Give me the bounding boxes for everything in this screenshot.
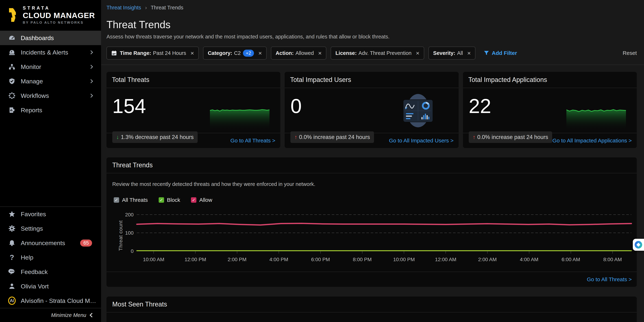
trend-arrow-icon: ↑ xyxy=(473,134,476,140)
legend-allow[interactable]: ✓ Allow xyxy=(191,197,212,203)
most-seen-threats-card: Most Seen Threats xyxy=(106,296,637,322)
svg-text:4:00 PM: 4:00 PM xyxy=(269,257,288,262)
sidebar: STRATA CLOUD MANAGER BY PALO ALTO NETWOR… xyxy=(0,0,101,322)
sidebar-item-favorites[interactable]: Favorites xyxy=(0,207,101,221)
category-more-count-pill: +2 xyxy=(243,50,254,57)
svg-text:8:00 AM: 8:00 AM xyxy=(604,257,622,262)
breadcrumb-current: Threat Trends xyxy=(151,5,184,10)
delta-badge: ↑ 0.0% increase past 24 hours xyxy=(469,132,552,143)
filter-chip-action[interactable]: Action: Allowed × xyxy=(271,46,326,60)
sidebar-item-label: Feedback xyxy=(21,268,48,276)
sidebar-item-user-profile[interactable]: Olivia Vort xyxy=(0,279,101,294)
remove-filter-icon[interactable]: × xyxy=(416,50,420,57)
svg-text:6:00 AM: 6:00 AM xyxy=(562,257,580,262)
remove-filter-icon[interactable]: × xyxy=(467,50,471,57)
sidebar-item-label: Incidents & Alerts xyxy=(21,49,68,56)
sidebar-item-workflows[interactable]: Workflows xyxy=(0,88,101,103)
person-icon xyxy=(8,282,16,290)
legend-all-threats[interactable]: ✓ All Threats xyxy=(114,197,148,203)
sidebar-item-label: Favorites xyxy=(21,211,46,218)
assistant-launcher-button[interactable] xyxy=(633,239,644,251)
sidebar-item-label: Monitor xyxy=(21,63,41,70)
dotted-circle-icon xyxy=(8,92,16,100)
logo-line3: BY PALO ALTO NETWORKS xyxy=(23,20,95,24)
sidebar-item-announcements[interactable]: Announcements 65 xyxy=(0,236,101,250)
svg-text:6:00 PM: 6:00 PM xyxy=(311,257,330,262)
legend-block[interactable]: ✓ Block xyxy=(159,197,180,203)
gauge-icon xyxy=(8,34,16,42)
filter-chip-license[interactable]: License: Adv. Threat Prevention × xyxy=(331,46,424,60)
sidebar-item-dashboards[interactable]: Dashboards xyxy=(0,31,101,45)
card-title: Total Impacted Applications xyxy=(463,72,637,88)
calendar-icon xyxy=(111,50,117,56)
svg-text:12:00 AM: 12:00 AM xyxy=(435,257,456,262)
chevron-left-icon xyxy=(90,313,94,317)
go-to-all-impacted-applications-link[interactable]: Go to All Impacted Applications > xyxy=(552,138,632,144)
filter-chip-category[interactable]: Category: C2 +2 × xyxy=(203,46,266,60)
line-chart-svg: 010020010:00 AM12:00 PM2:00 PM4:00 PM6:0… xyxy=(119,206,633,269)
delta-badge: ↑ 0.0% increase past 24 hours xyxy=(290,132,374,143)
sidebar-item-label: Dashboards xyxy=(21,34,54,42)
threat-trends-description: Review the most recently detected threat… xyxy=(106,173,637,187)
reset-filters-button[interactable]: Reset xyxy=(623,50,637,56)
go-to-all-impacted-users-link[interactable]: Go to All Impacted Users > xyxy=(389,138,454,144)
y-axis-label: Threat count xyxy=(118,220,124,251)
gear-icon xyxy=(8,225,16,232)
checkbox-allow[interactable]: ✓ xyxy=(191,197,196,203)
sidebar-item-label: Workflows xyxy=(21,92,49,99)
sidebar-item-reports[interactable]: Reports xyxy=(0,103,101,117)
delta-badge: ↓ 1.3% decrease past 24 hours xyxy=(112,132,198,143)
sidebar-item-settings[interactable]: Settings xyxy=(0,221,101,236)
svg-text:8:00 PM: 8:00 PM xyxy=(353,257,372,262)
empty-state-illustration xyxy=(399,92,437,130)
breadcrumb: Threat Insights › Threat Trends xyxy=(106,5,637,11)
sidebar-item-label: Olivia Vort xyxy=(21,283,49,290)
threat-trends-card: Threat Trends Review the most recently d… xyxy=(106,158,637,287)
remove-filter-icon[interactable]: × xyxy=(318,50,322,57)
checkbox-block[interactable]: ✓ xyxy=(159,197,164,203)
checkbox-all-threats[interactable]: ✓ xyxy=(114,197,119,203)
card-title: Total Impacted Users xyxy=(285,72,458,88)
minimize-menu-button[interactable]: Minimize Menu xyxy=(0,308,101,322)
go-to-all-threats-link[interactable]: Go to All Threats > xyxy=(230,138,276,144)
filter-chip-severity[interactable]: Severity: All × xyxy=(428,46,476,60)
kpi-cards-row: Total Threats 154 ↓ 1.3% decrease past 2… xyxy=(106,72,637,148)
sidebar-item-help[interactable]: ? Help xyxy=(0,250,101,264)
add-filter-button[interactable]: Add Filter xyxy=(484,50,517,56)
total-impacted-applications-card: Total Impacted Applications 22 ↑ 0.0% in… xyxy=(463,72,637,148)
chevron-right-icon xyxy=(89,79,93,84)
main-content: Threat Insights › Threat Trends Threat T… xyxy=(101,0,644,322)
sidebar-item-monitor[interactable]: Monitor xyxy=(0,60,101,74)
threat-trends-chart: Threat count 010020010:00 AM12:00 PM2:00… xyxy=(110,206,633,269)
total-threats-value: 154 xyxy=(112,96,146,116)
breadcrumb-threat-insights[interactable]: Threat Insights xyxy=(106,5,141,10)
chart-legend: ✓ All Threats ✓ Block ✓ Allow xyxy=(106,187,637,203)
chevron-right-icon xyxy=(89,94,93,98)
logo-line1: STRATA xyxy=(23,6,95,11)
filter-bar: Time Range: Past 24 Hours × Category: C2… xyxy=(106,46,637,60)
svg-text:4:00 AM: 4:00 AM xyxy=(520,257,538,262)
sidebar-item-feedback[interactable]: Feedback xyxy=(0,264,101,279)
sidebar-item-label: Help xyxy=(21,254,34,261)
sidebar-item-tenant[interactable]: AI Alvisofin - Strata Cloud M… xyxy=(0,294,101,308)
filter-chip-time-range[interactable]: Time Range: Past 24 Hours × xyxy=(106,46,199,60)
chat-bubble-icon xyxy=(8,268,16,276)
total-impacted-applications-value: 22 xyxy=(469,96,491,116)
sidebar-item-label: Announcements xyxy=(21,240,65,246)
remove-filter-icon[interactable]: × xyxy=(258,50,262,57)
go-to-all-threats-link-bottom[interactable]: Go to All Threats > xyxy=(587,276,632,282)
bell-icon xyxy=(8,239,16,247)
svg-text:100: 100 xyxy=(125,230,134,236)
app-logo[interactable]: STRATA CLOUD MANAGER BY PALO ALTO NETWOR… xyxy=(0,0,101,29)
shield-check-icon xyxy=(8,78,16,85)
total-impacted-users-value: 0 xyxy=(290,96,302,116)
sidebar-item-manage[interactable]: Manage xyxy=(0,74,101,88)
svg-text:2:00 PM: 2:00 PM xyxy=(228,257,246,262)
palo-alto-logo-icon xyxy=(6,8,18,22)
question-mark-icon: ? xyxy=(8,254,16,261)
remove-filter-icon[interactable]: × xyxy=(190,50,194,57)
sidebar-item-incidents-alerts[interactable]: Incidents & Alerts xyxy=(0,45,101,60)
svg-text:10:00 PM: 10:00 PM xyxy=(393,257,415,262)
hierarchy-icon xyxy=(8,63,16,70)
card-title: Total Threats xyxy=(106,72,280,88)
